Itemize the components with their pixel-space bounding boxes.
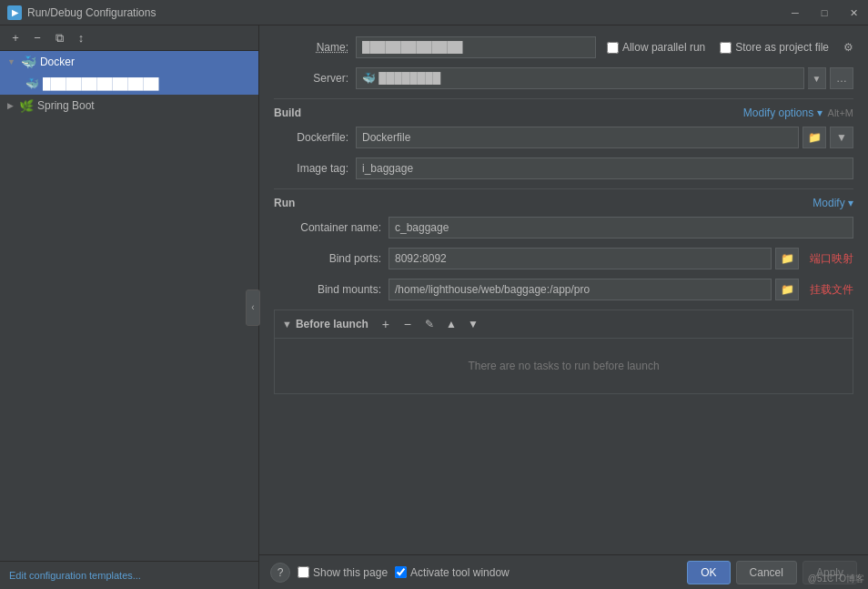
- config-toolbar: + − ⧉ ↕: [0, 25, 258, 51]
- server-label: Server:: [274, 72, 356, 85]
- title-bar: ▶ Run/Debug Configurations ─ □ ✕: [0, 0, 868, 25]
- before-launch-section: ▼ Before launch + − ✎ ▲ ▼ There are no t…: [274, 310, 853, 394]
- bind-mounts-row: Bind mounts: 📁 挂载文件: [274, 279, 853, 300]
- form-area: Name: Allow parallel run Store as projec…: [259, 25, 868, 554]
- server-browse-button[interactable]: …: [830, 67, 853, 89]
- server-row: Server: 🐳 ████████ ▼ …: [274, 67, 853, 89]
- before-launch-toolbar: + − ✎ ▲ ▼: [376, 314, 483, 334]
- config-tree: ▼ 🐳 Docker 🐳 ███████████████ ▶ 🌿 Spring …: [0, 51, 258, 561]
- show-page-input[interactable]: [298, 566, 309, 578]
- tree-expand-icon: ▼: [7, 57, 15, 66]
- activate-tool-checkbox[interactable]: Activate tool window: [395, 566, 510, 579]
- before-launch-add-button[interactable]: +: [376, 314, 396, 334]
- show-page-checkbox[interactable]: Show this page: [298, 566, 388, 579]
- image-tag-input[interactable]: [356, 157, 853, 179]
- app-icon: ▶: [7, 5, 22, 20]
- container-name-label: Container name:: [288, 221, 389, 234]
- remove-config-button[interactable]: −: [27, 28, 47, 48]
- dockerfile-input[interactable]: [356, 127, 799, 148]
- dockerfile-row: Dockerfile: 📁 ▼: [274, 127, 853, 148]
- dialog-bottom-bar: ? Show this page Activate tool window OK…: [259, 554, 868, 589]
- bind-mounts-label: Bind mounts:: [288, 283, 389, 296]
- run-title: Run: [274, 197, 295, 209]
- container-name-input[interactable]: [389, 217, 853, 239]
- bind-ports-browse-button[interactable]: 📁: [775, 248, 799, 269]
- minimize-button[interactable]: ─: [781, 0, 810, 25]
- bottom-links: Edit configuration templates...: [0, 561, 258, 589]
- main-layout: + − ⧉ ↕ ▼ 🐳 Docker 🐳 ███████████████ ▶ 🌿…: [0, 25, 868, 589]
- help-button[interactable]: ?: [270, 563, 290, 583]
- bind-ports-annotation: 端口映射: [810, 251, 853, 267]
- name-label: Name:: [274, 41, 356, 54]
- docker-icon: 🐳: [21, 55, 36, 69]
- dockerfile-dropdown-button[interactable]: ▼: [830, 127, 853, 148]
- container-name-row: Container name:: [274, 217, 853, 239]
- build-title: Build: [274, 107, 301, 119]
- bind-ports-row: Bind ports: 📁 端口映射: [274, 248, 853, 269]
- tree-docker-config-label: ███████████████: [43, 77, 159, 90]
- bottom-left: ? Show this page Activate tool window: [270, 563, 680, 583]
- cancel-button[interactable]: Cancel: [736, 561, 797, 584]
- dockerfile-label: Dockerfile:: [274, 131, 356, 144]
- before-launch-remove-button[interactable]: −: [398, 314, 418, 334]
- bind-mounts-annotation: 挂载文件: [810, 282, 853, 298]
- tree-item-docker-config[interactable]: 🐳 ███████████████: [0, 73, 258, 95]
- copy-config-button[interactable]: ⧉: [49, 28, 69, 48]
- allow-parallel-label: Allow parallel run: [622, 41, 705, 54]
- tree-item-spring[interactable]: ▶ 🌿 Spring Boot: [0, 95, 258, 117]
- divider-1: [274, 98, 853, 99]
- allow-parallel-checkbox[interactable]: Allow parallel run: [607, 41, 705, 54]
- before-launch-content: There are no tasks to run before launch: [275, 339, 853, 393]
- before-launch-empty-text: There are no tasks to run before launch: [468, 360, 659, 372]
- server-select-wrap: 🐳 ████████ ▼ …: [356, 67, 853, 89]
- build-section-header: Build Modify options ▾ Alt+M: [274, 107, 853, 119]
- ok-button[interactable]: OK: [687, 561, 730, 584]
- store-project-input[interactable]: [720, 42, 732, 54]
- add-config-button[interactable]: +: [5, 28, 25, 48]
- right-panel: Name: Allow parallel run Store as projec…: [259, 25, 868, 589]
- tree-spring-expand-icon: ▶: [7, 101, 14, 110]
- show-page-label: Show this page: [313, 566, 388, 579]
- divider-2: [274, 188, 853, 189]
- dockerfile-wrap: 📁 ▼: [356, 127, 853, 148]
- activate-tool-label: Activate tool window: [410, 566, 510, 579]
- server-dropdown-arrow[interactable]: ▼: [808, 67, 826, 89]
- image-tag-row: Image tag:: [274, 157, 853, 179]
- store-project-settings-icon[interactable]: ⚙: [843, 41, 853, 54]
- left-panel: + − ⧉ ↕ ▼ 🐳 Docker 🐳 ███████████████ ▶ 🌿…: [0, 25, 259, 589]
- server-select[interactable]: 🐳 ████████: [356, 67, 804, 89]
- collapse-panel-button[interactable]: ‹: [246, 289, 260, 326]
- tree-item-docker[interactable]: ▼ 🐳 Docker: [0, 51, 258, 73]
- name-row: Name: Allow parallel run Store as projec…: [274, 36, 853, 58]
- edit-templates-link[interactable]: Edit configuration templates...: [9, 570, 141, 581]
- modify-options-shortcut: Alt+M: [828, 107, 853, 118]
- before-launch-up-button[interactable]: ▲: [441, 314, 461, 334]
- image-tag-label: Image tag:: [274, 162, 356, 175]
- tree-spring-label: Spring Boot: [37, 99, 95, 112]
- bind-mounts-input[interactable]: [389, 279, 772, 300]
- sort-config-button[interactable]: ↕: [71, 28, 91, 48]
- watermark: @51CTO博客: [808, 573, 864, 585]
- before-launch-title: Before launch: [296, 318, 368, 330]
- modify-options-link[interactable]: Modify options ▾: [743, 107, 823, 119]
- close-button[interactable]: ✕: [839, 0, 868, 25]
- before-launch-header: ▼ Before launch + − ✎ ▲ ▼: [275, 310, 853, 339]
- window-controls: ─ □ ✕: [781, 0, 868, 25]
- spring-icon: 🌿: [19, 99, 34, 113]
- before-launch-edit-button[interactable]: ✎: [419, 314, 439, 334]
- dialog-title: Run/Debug Configurations: [27, 6, 156, 19]
- allow-parallel-input[interactable]: [607, 42, 619, 54]
- bind-mounts-browse-button[interactable]: 📁: [775, 279, 799, 300]
- before-launch-collapse-icon[interactable]: ▼: [282, 319, 292, 330]
- before-launch-down-button[interactable]: ▼: [463, 314, 483, 334]
- restore-button[interactable]: □: [810, 0, 839, 25]
- tree-docker-label: Docker: [40, 56, 75, 68]
- activate-tool-input[interactable]: [395, 566, 407, 578]
- name-input[interactable]: [356, 36, 596, 58]
- dockerfile-browse-button[interactable]: 📁: [802, 127, 826, 148]
- bind-ports-label: Bind ports:: [288, 252, 389, 265]
- run-section-header: Run Modify ▾: [274, 197, 853, 209]
- store-project-checkbox[interactable]: Store as project file: [720, 41, 829, 54]
- bind-ports-input[interactable]: [389, 248, 772, 269]
- modify-run-link[interactable]: Modify ▾: [812, 197, 853, 209]
